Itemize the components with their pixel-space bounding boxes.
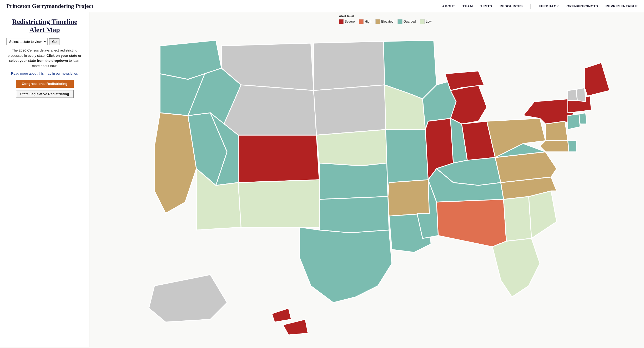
legend-low: Low	[420, 19, 431, 24]
site-title: Princeton Gerrymandering Project	[6, 3, 93, 9]
legend-severe: Severe	[339, 19, 355, 24]
severe-label: Severe	[345, 20, 355, 23]
nav-representable[interactable]: REPRESENTABLE	[606, 4, 638, 8]
state-ne[interactable]	[316, 130, 387, 166]
low-swatch	[420, 19, 425, 24]
state-legislative-redistricting-button[interactable]: State Legislative Redistricting	[16, 90, 74, 98]
legend-items: Severe High Elevated Guarded Low	[339, 19, 431, 24]
state-hi[interactable]	[272, 308, 291, 322]
state-nm[interactable]	[238, 180, 322, 227]
state-nj[interactable]	[545, 121, 568, 144]
state-vt[interactable]	[568, 89, 577, 100]
state-ok[interactable]	[319, 197, 389, 233]
state-ga[interactable]	[504, 197, 531, 241]
state-sd[interactable]	[314, 85, 386, 135]
state-nd[interactable]	[314, 41, 385, 90]
us-map[interactable]	[89, 12, 644, 347]
nav-tests[interactable]: TESTS	[480, 4, 492, 8]
nav-team[interactable]: TEAM	[462, 4, 473, 8]
state-ks[interactable]	[319, 163, 388, 199]
state-ak[interactable]	[149, 275, 227, 322]
nav-feedback[interactable]: FEEDBACK	[539, 4, 559, 8]
nav-divider: |	[530, 3, 531, 9]
guarded-swatch	[398, 19, 402, 24]
state-ct[interactable]	[568, 114, 580, 129]
sidebar: Redistricting Timeline Alert Map Select …	[0, 12, 89, 347]
state-al[interactable]	[436, 199, 506, 247]
state-co[interactable]	[238, 135, 319, 182]
state-md[interactable]	[540, 141, 569, 152]
state-ri[interactable]	[579, 113, 587, 124]
state-select[interactable]: Select a state to view AlabamaAlaskaAriz…	[6, 38, 48, 45]
legend-elevated: Elevated	[375, 19, 394, 24]
high-swatch	[359, 19, 364, 24]
state-select-row: Select a state to view AlabamaAlaskaAriz…	[6, 38, 83, 45]
description: The 2020 Census delays affect redistrict…	[6, 48, 83, 68]
newsletter-link[interactable]: Read more about this map in our newslett…	[6, 71, 83, 75]
state-tx[interactable]	[300, 227, 392, 303]
high-label: High	[365, 20, 371, 23]
state-de[interactable]	[568, 141, 577, 152]
state-ar[interactable]	[388, 180, 429, 216]
nav-resources[interactable]: RESOURCES	[500, 4, 523, 8]
elevated-label: Elevated	[381, 20, 394, 23]
nav-about[interactable]: ABOUT	[442, 4, 455, 8]
main-nav: ABOUT TEAM TESTS RESOURCES | FEEDBACK OP…	[442, 3, 638, 9]
nav-openprecincts[interactable]: OPENPRECINCTS	[566, 4, 598, 8]
elevated-swatch	[375, 19, 380, 24]
state-sc[interactable]	[529, 191, 557, 238]
low-label: Low	[426, 20, 431, 23]
severe-swatch	[339, 19, 344, 24]
state-nh[interactable]	[576, 88, 586, 102]
main-layout: Redistricting Timeline Alert Map Select …	[0, 12, 644, 347]
state-fl[interactable]	[492, 238, 540, 297]
state-hi2[interactable]	[283, 319, 308, 335]
state-me[interactable]	[585, 63, 610, 96]
map-area: Alert level Severe High Elevated Guarded	[89, 12, 644, 347]
legend-high: High	[359, 19, 371, 24]
header: Princeton Gerrymandering Project ABOUT T…	[0, 0, 644, 12]
legend-title: Alert level	[339, 14, 354, 18]
congressional-redistricting-button[interactable]: Congressional Redistricting	[16, 80, 74, 88]
guarded-label: Guarded	[404, 20, 416, 23]
state-mi-lower[interactable]	[451, 85, 487, 124]
legend: Alert level Severe High Elevated Guarded	[339, 14, 431, 24]
go-button[interactable]: Go	[49, 38, 59, 45]
page-title: Redistricting Timeline Alert Map	[6, 18, 83, 34]
legend-guarded: Guarded	[398, 19, 416, 24]
